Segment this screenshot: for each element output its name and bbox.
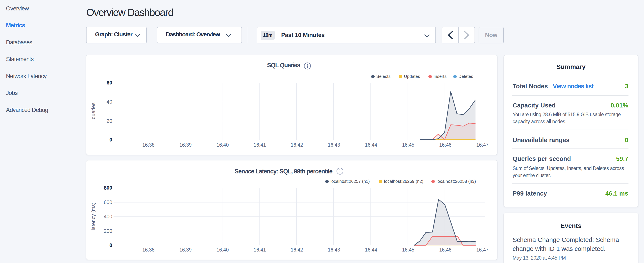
svg-text:0: 0 <box>110 242 112 248</box>
svg-text:20: 20 <box>106 118 112 124</box>
svg-text:200: 200 <box>104 228 112 234</box>
svg-text:40: 40 <box>106 99 112 105</box>
svg-text:16:40: 16:40 <box>216 142 229 148</box>
svg-text:16:44: 16:44 <box>365 247 378 252</box>
svg-text:16:46: 16:46 <box>439 142 452 148</box>
svg-text:16:45: 16:45 <box>402 247 414 252</box>
svg-text:60: 60 <box>106 80 112 86</box>
svg-text:400: 400 <box>104 214 112 219</box>
svg-text:16:43: 16:43 <box>328 142 340 148</box>
svg-text:latency (ms): latency (ms) <box>90 203 96 230</box>
svg-text:0: 0 <box>110 137 112 143</box>
svg-text:16:47: 16:47 <box>476 247 488 252</box>
svg-text:800: 800 <box>104 185 112 191</box>
svg-text:16:40: 16:40 <box>216 247 229 252</box>
svg-text:16:41: 16:41 <box>254 142 266 148</box>
svg-text:16:46: 16:46 <box>439 247 452 252</box>
svg-text:16:44: 16:44 <box>365 142 378 148</box>
svg-text:16:41: 16:41 <box>254 247 266 252</box>
svg-text:queries: queries <box>90 103 96 119</box>
svg-text:16:42: 16:42 <box>291 142 303 148</box>
svg-text:16:42: 16:42 <box>291 247 303 252</box>
svg-text:16:38: 16:38 <box>142 247 154 252</box>
svg-text:16:39: 16:39 <box>180 247 192 252</box>
svg-text:600: 600 <box>104 199 112 205</box>
svg-text:16:47: 16:47 <box>476 142 488 148</box>
svg-text:16:38: 16:38 <box>142 142 154 148</box>
svg-text:16:43: 16:43 <box>328 247 340 252</box>
svg-text:16:45: 16:45 <box>402 142 414 148</box>
svg-text:16:39: 16:39 <box>180 142 192 148</box>
